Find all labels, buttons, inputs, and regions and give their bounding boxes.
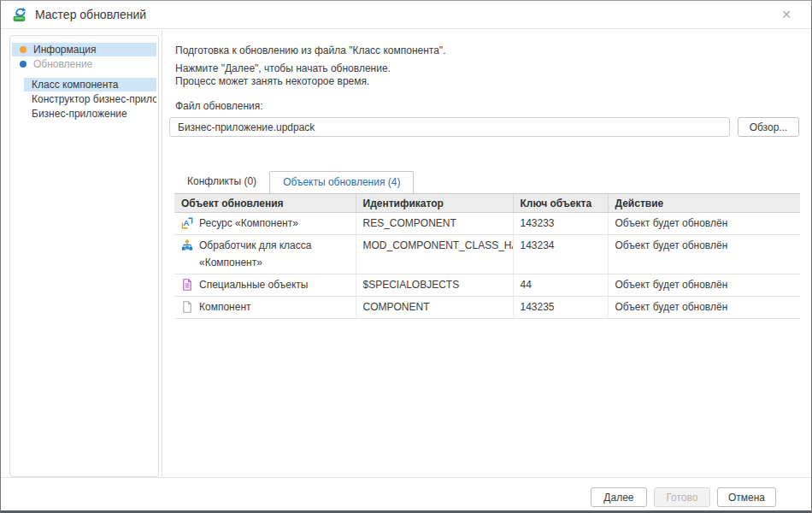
identifier-cell: COMPONENT [356, 297, 513, 319]
sidebar-item-information[interactable]: Информация [12, 43, 156, 56]
resource-icon: A [181, 217, 193, 229]
wizard-page-content: Подготовка к обновлению из файла "Класс … [169, 30, 799, 477]
sidebar-item-label: Информация [33, 43, 96, 56]
sidebar-item-label: Обновление [33, 57, 92, 71]
orange-dot-icon [20, 46, 26, 53]
identifier-cell: $SPECIALOBJECTS [356, 274, 513, 297]
object-name: Ресурс «Компонент» [199, 215, 298, 232]
action-cell: Объект будет обновлён [608, 235, 800, 274]
window-title: Мастер обновлений [35, 8, 146, 21]
action-cell: Объект будет обновлён [608, 213, 800, 235]
update-wizard-dialog: Мастер обновлений ✕ Информация Обновлени… [0, 0, 812, 513]
footer-buttons: Далее Готово Отмена [591, 487, 776, 507]
object-name: Обработчик для класса «Компонент» [199, 237, 349, 271]
document-icon [181, 301, 193, 313]
column-header-action[interactable]: Действие [608, 194, 800, 213]
intro-text-line1: Подготовка к обновлению из файла "Класс … [175, 44, 799, 57]
column-header-object[interactable]: Объект обновления [174, 194, 356, 213]
tab-update-objects[interactable]: Объекты обновления (4) [269, 171, 414, 193]
sidebar-item-update[interactable]: Обновление [12, 57, 156, 71]
action-cell: Объект будет обновлён [608, 297, 800, 319]
object-key-cell: 143233 [513, 213, 608, 235]
object-key-cell: 143234 [513, 235, 608, 274]
object-key-cell: 143235 [513, 297, 608, 319]
title-bar: Мастер обновлений ✕ [1, 1, 811, 29]
wizard-steps-sidebar: Информация Обновление Класс компонента К… [9, 35, 159, 477]
sidebar-divider [162, 30, 162, 477]
object-name: Специальные объекты [199, 276, 308, 293]
column-header-key[interactable]: Ключ объекта [513, 194, 608, 213]
table-row[interactable]: A Ресурс «Компонент» RES_COMPONENT 14323… [174, 213, 800, 235]
table-row[interactable]: Компонент COMPONENT 143235 Объект будет … [174, 297, 800, 319]
svg-text:A: A [183, 218, 189, 227]
update-wizard-icon [13, 7, 28, 22]
object-key-cell: 44 [513, 274, 608, 297]
update-file-label: Файл обновления: [175, 100, 799, 112]
handler-icon [181, 239, 193, 251]
identifier-cell: MOD_COMPONENT_CLASS_HANDLER [356, 235, 513, 274]
cancel-button[interactable]: Отмена [717, 487, 776, 507]
footer-divider [1, 477, 811, 478]
sidebar-item-label: Класс компонента [32, 78, 118, 91]
update-objects-table: Объект обновления Идентификатор Ключ объ… [174, 193, 800, 319]
file-row: Обзор... [169, 117, 799, 137]
update-tabs: Конфликты (0) Объекты обновления (4) [174, 171, 799, 193]
intro-text-line2: Нажмите "Далее", чтобы начать обновление… [175, 62, 799, 75]
finish-button[interactable]: Готово [654, 487, 710, 507]
next-button[interactable]: Далее [591, 487, 647, 507]
sidebar-group-gap [10, 72, 158, 77]
sidebar-item-business-app[interactable]: Бизнес-приложение [24, 107, 156, 121]
sidebar-item-label: Бизнес-приложение [32, 107, 127, 121]
table-row[interactable]: Специальные объекты $SPECIALOBJECTS 44 О… [174, 274, 800, 297]
object-name: Компонент [199, 298, 251, 315]
blue-dot-icon [20, 61, 26, 68]
identifier-cell: RES_COMPONENT [356, 213, 513, 235]
sidebar-item-component-class[interactable]: Класс компонента [24, 78, 156, 91]
intro-text-line3: Процесс может занять некоторое время. [175, 75, 799, 88]
action-cell: Объект будет обновлён [608, 274, 800, 297]
sidebar-item-business-app-designer[interactable]: Конструктор бизнес-прило... [24, 92, 156, 106]
column-header-identifier[interactable]: Идентификатор [356, 194, 513, 213]
tab-conflicts[interactable]: Конфликты (0) [174, 171, 269, 193]
close-icon[interactable]: ✕ [779, 7, 794, 22]
sidebar-item-label: Конструктор бизнес-прило... [32, 92, 156, 106]
table-header-row: Объект обновления Идентификатор Ключ объ… [174, 194, 800, 213]
update-file-input[interactable] [169, 117, 730, 137]
special-objects-icon [181, 279, 193, 291]
table-row[interactable]: Обработчик для класса «Компонент» MOD_CO… [174, 235, 800, 274]
browse-button[interactable]: Обзор... [738, 117, 799, 137]
